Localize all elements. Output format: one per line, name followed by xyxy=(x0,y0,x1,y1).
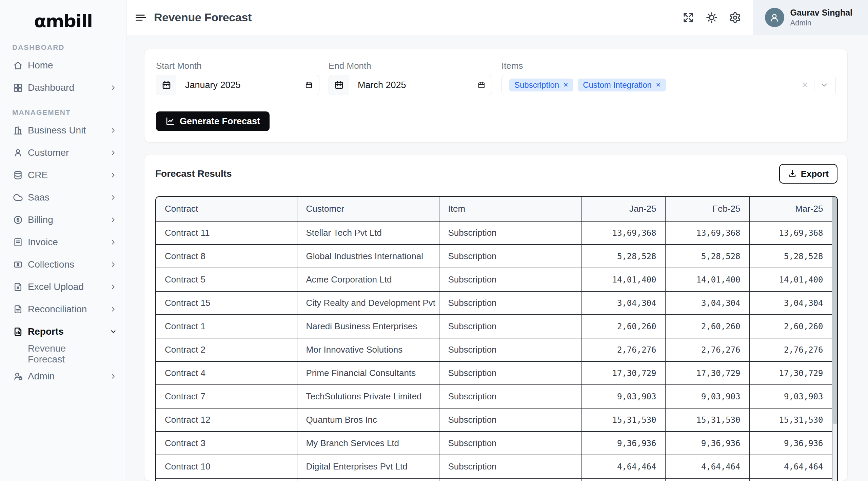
sidebar-item[interactable]: Customer xyxy=(0,142,126,164)
sidebar-item-label: Reconciliation xyxy=(28,304,87,315)
start-month-field: Start Month January 2025 xyxy=(156,61,319,95)
contract-cell: Contract 15 xyxy=(156,291,297,315)
contract-cell: Contract 1 xyxy=(156,315,297,338)
sidebar-item[interactable]: Admin xyxy=(0,365,126,388)
page-title: Revenue Forecast xyxy=(154,11,252,24)
sidebar-item[interactable]: Invoice xyxy=(0,231,126,253)
mar-value-cell: 13,69,368 xyxy=(749,221,832,245)
items-label: Items xyxy=(501,61,836,71)
item-cell xyxy=(439,478,581,481)
feb-value-cell: 15,31,530 xyxy=(665,408,749,432)
feb-value-cell: 2,76,276 xyxy=(665,338,749,361)
select-chevron-icon[interactable] xyxy=(820,81,829,89)
item-tag: Subscription ✕ xyxy=(509,79,573,91)
table-row: Contract 12 Quantum Bros Inc Subscriptio… xyxy=(156,408,832,432)
column-header: Customer xyxy=(297,197,439,221)
user-meta: Gaurav Singhal Admin xyxy=(790,8,852,27)
item-cell: Subscription xyxy=(439,455,581,478)
sidebar-item[interactable]: Billing xyxy=(0,209,126,231)
sidebar-item-label: Excel Upload xyxy=(28,281,84,292)
column-header: Jan-25 xyxy=(581,197,665,221)
sidebar-item[interactable]: Home xyxy=(0,54,126,77)
item-cell: Subscription xyxy=(439,291,581,315)
customer-cell: Prime Financial Consultants xyxy=(297,361,439,385)
item-tag: Custom Integration ✕ xyxy=(578,79,666,91)
table-row: Contract 5 Acme Corporation Ltd Subscrip… xyxy=(156,268,832,291)
date-picker-icon[interactable] xyxy=(477,81,486,89)
settings-gear-icon[interactable] xyxy=(729,12,741,24)
start-month-input[interactable]: January 2025 xyxy=(156,75,319,95)
item-cell: Subscription xyxy=(439,408,581,432)
forecast-results-panel: Forecast Results Export xyxy=(144,154,848,481)
sidebar-item[interactable]: Collections xyxy=(0,253,126,276)
sidebar-item[interactable]: CRE xyxy=(0,164,126,186)
feb-value-cell: 14,01,400 xyxy=(665,268,749,291)
select-controls: ✕ xyxy=(802,80,835,90)
mar-value-cell: 3,04,304 xyxy=(749,291,832,315)
end-month-input[interactable]: March 2025 xyxy=(329,75,492,95)
select-clear-icon[interactable]: ✕ xyxy=(802,80,808,90)
item-cell: Subscription xyxy=(439,268,581,291)
calendar-icon xyxy=(329,75,349,95)
sidebar-item-label: Reports xyxy=(28,326,64,337)
mar-value-cell: 14,01,400 xyxy=(749,268,832,291)
sidebar-item[interactable]: Reconciliation xyxy=(0,298,126,320)
mar-value-cell: 5,28,528 xyxy=(749,245,832,268)
feb-value-cell: 2,60,260 xyxy=(665,315,749,338)
customer-cell: TechSolutions Private Limited xyxy=(297,385,439,408)
tag-remove-icon[interactable]: ✕ xyxy=(656,81,661,89)
customer-cell: Digital Enterprises Pvt Ltd xyxy=(297,455,439,478)
items-multiselect[interactable]: Subscription ✕ Custom Integration ✕ ✕ xyxy=(501,75,836,95)
sidebar-item[interactable]: Excel Upload xyxy=(0,276,126,298)
mar-value-cell xyxy=(749,478,832,481)
table-header-row: ContractCustomerItemJan-25Feb-25Mar-25 xyxy=(156,197,832,221)
jan-value-cell: 9,36,936 xyxy=(581,432,665,455)
scrollbar-thumb[interactable] xyxy=(833,197,837,424)
customer-cell: My Branch Services Ltd xyxy=(297,432,439,455)
theme-toggle-sun-icon[interactable] xyxy=(706,12,718,24)
sidebar-item[interactable]: Business Unit xyxy=(0,119,126,142)
table-scrollbar[interactable] xyxy=(832,197,837,481)
main-content: Start Month January 2025 End Month March… xyxy=(127,35,868,481)
end-month-value: March 2025 xyxy=(358,80,406,90)
sidebar-item-icon xyxy=(13,282,23,292)
sidebar-item-icon xyxy=(13,304,23,314)
topbar: Revenue Forecast Gaurav Singhal Admin xyxy=(127,0,868,35)
feb-value-cell: 9,36,936 xyxy=(665,432,749,455)
generate-forecast-button[interactable]: Generate Forecast xyxy=(156,111,270,131)
sidebar-item[interactable]: Reports xyxy=(0,320,126,343)
table-row: Contract 10 Digital Enterprises Pvt Ltd … xyxy=(156,455,832,478)
feb-value-cell: 9,03,903 xyxy=(665,385,749,408)
mar-value-cell: 4,64,464 xyxy=(749,455,832,478)
contract-cell: Contract 4 xyxy=(156,361,297,385)
sidebar-item[interactable]: Dashboard xyxy=(0,77,126,99)
item-tag-label: Subscription xyxy=(514,80,559,90)
table-row: Contract 15 City Realty and Development … xyxy=(156,291,832,315)
export-button[interactable]: Export xyxy=(779,164,837,184)
customer-cell: Naredi Business Enterprises xyxy=(297,315,439,338)
sidebar-item[interactable]: Saas xyxy=(0,186,126,209)
date-picker-icon[interactable] xyxy=(305,81,313,89)
chart-line-icon xyxy=(165,117,175,126)
jan-value-cell: 3,04,304 xyxy=(581,291,665,315)
feb-value-cell: 17,30,729 xyxy=(665,361,749,385)
sidebar-item-label: Collections xyxy=(28,259,74,270)
menu-icon[interactable] xyxy=(134,11,147,24)
app-shell: αmbill DASHBOARD Home Dashboard MANAGEME… xyxy=(0,0,868,481)
chevron-icon xyxy=(110,171,117,179)
sidebar-item-label: Business Unit xyxy=(28,125,86,136)
table-row: Contract 2 Mor Innovative Solutions Subs… xyxy=(156,338,832,361)
jan-value-cell: 13,69,368 xyxy=(581,221,665,245)
sidebar-item-label: Revenue Forecast xyxy=(28,343,105,365)
chevron-icon xyxy=(110,328,117,335)
customer-cell: Mor Innovative Solutions xyxy=(297,338,439,361)
tag-remove-icon[interactable]: ✕ xyxy=(563,81,568,89)
sidebar-item-label: CRE xyxy=(28,170,48,181)
sidebar-item[interactable]: Revenue Forecast xyxy=(0,343,126,365)
feb-value-cell: 4,64,464 xyxy=(665,455,749,478)
fullscreen-icon[interactable] xyxy=(682,12,694,24)
customer-cell: City Realty and Development Pvt xyxy=(297,291,439,315)
item-cell: Subscription xyxy=(439,338,581,361)
user-menu[interactable]: Gaurav Singhal Admin xyxy=(753,0,868,35)
sidebar-item-label: Saas xyxy=(28,192,50,203)
